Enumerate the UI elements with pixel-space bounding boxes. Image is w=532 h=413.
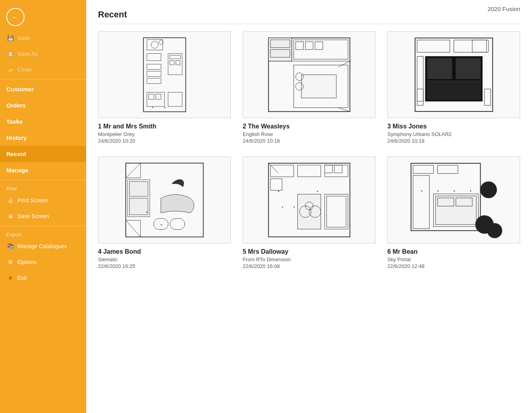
sidebar-item-close[interactable]: Close — [0, 62, 86, 77]
sidebar-item-tasks[interactable]: Tasks — [0, 113, 86, 130]
svg-rect-15 — [156, 94, 161, 99]
sidebar: ← Save Save As Close Customer Orders Tas… — [0, 0, 86, 413]
save-screen-label: Save Screen — [17, 213, 49, 219]
orders-label: Orders — [6, 102, 26, 109]
customer-label: Customer — [6, 86, 34, 92]
card-info-4: 4 James Bond Siematic 22/6/2020 16:25 — [98, 247, 231, 270]
card-thumbnail-1: • • — [98, 31, 231, 118]
print-screen-label: Print Screen — [17, 197, 48, 204]
card-thumbnail-6: • • • • — [387, 157, 520, 243]
svg-point-3 — [159, 40, 163, 45]
card-sub-2: English Rose — [243, 131, 375, 137]
svg-rect-13 — [168, 92, 182, 107]
card-name-3: 3 Miss Jones — [387, 123, 520, 130]
sidebar-item-options[interactable]: Options — [0, 254, 86, 270]
svg-rect-40 — [427, 81, 480, 99]
save-icon — [6, 34, 14, 42]
divider-2 — [0, 180, 86, 180]
card-thumbnail-2 — [243, 31, 375, 118]
svg-text:•: • — [470, 189, 471, 192]
svg-rect-70 — [326, 196, 346, 227]
app-title: 2020 Fusion — [487, 6, 520, 12]
card-name-1: 1 Mr and Mrs Smith — [98, 123, 231, 130]
sidebar-item-history[interactable]: History — [0, 130, 86, 146]
back-button[interactable]: ← — [6, 8, 25, 26]
print-screen-icon — [6, 196, 14, 204]
svg-rect-7 — [147, 78, 161, 83]
svg-rect-5 — [147, 64, 161, 69]
history-label: History — [6, 134, 27, 141]
recent-card-3[interactable]: 3 Miss Jones Symphony Urbano SOLAR2 24/6… — [387, 31, 520, 145]
sidebar-item-save-screen[interactable]: Save Screen — [0, 208, 86, 224]
card-sub-1: Montpelier Grey — [98, 131, 231, 137]
svg-rect-39 — [456, 58, 480, 79]
divider-1 — [0, 79, 86, 79]
exit-label: Exit — [17, 275, 26, 281]
card-sub-4: Siematic — [98, 256, 231, 262]
svg-rect-1 — [147, 40, 162, 50]
svg-rect-59 — [270, 165, 294, 177]
card-name-6: 6 Mr Bean — [387, 248, 520, 255]
recent-label: Recent — [6, 151, 26, 157]
svg-rect-26 — [305, 42, 313, 50]
card-thumbnail-4: • • — [98, 157, 231, 243]
svg-rect-4 — [147, 53, 161, 60]
card-name-4: 4 James Bond — [98, 248, 231, 255]
card-info-1: 1 Mr and Mrs Smith Montpelier Grey 24/6/… — [98, 122, 231, 145]
svg-rect-76 — [413, 165, 434, 173]
svg-text:•: • — [454, 189, 455, 192]
svg-rect-52 — [129, 198, 148, 215]
svg-rect-60 — [270, 179, 282, 190]
sidebar-item-print-screen[interactable]: Print Screen — [0, 192, 86, 208]
svg-rect-9 — [170, 55, 180, 59]
options-label: Options — [17, 259, 36, 265]
manage-label: Manage — [6, 167, 28, 173]
svg-point-2 — [151, 41, 158, 48]
card-sub-6: Sky Portal — [387, 256, 520, 262]
sidebar-item-recent[interactable]: Recent — [0, 146, 86, 162]
svg-rect-61 — [298, 165, 321, 177]
manage-catalogues-icon — [6, 242, 14, 250]
svg-rect-64 — [334, 165, 342, 173]
sidebar-item-manage[interactable]: Manage — [0, 162, 86, 178]
card-sub-5: From RTo Dimension — [243, 256, 375, 262]
svg-rect-42 — [484, 89, 490, 105]
card-thumbnail-5: • • • • — [243, 157, 375, 243]
svg-point-89 — [487, 223, 502, 238]
sidebar-item-save-as[interactable]: Save As — [0, 46, 86, 62]
svg-rect-29 — [301, 75, 336, 98]
sidebar-item-manage-catalogues[interactable]: Manage Catalogues — [0, 238, 86, 254]
svg-text:•: • — [282, 206, 283, 208]
svg-line-58 — [268, 163, 278, 173]
svg-rect-11 — [176, 60, 180, 65]
recent-card-1[interactable]: • • 1 Mr and Mrs Smith Montpelier Grey 2… — [98, 31, 231, 145]
card-date-3: 24/6/2020 10:18 — [387, 138, 520, 144]
svg-rect-69 — [324, 194, 348, 229]
card-date-1: 24/6/2020 10:20 — [98, 138, 231, 144]
svg-rect-27 — [315, 42, 323, 50]
card-info-2: 2 The Weasleys English Rose 24/6/2020 10… — [243, 122, 375, 145]
sidebar-saveas-label: Save As — [17, 51, 38, 57]
options-icon — [6, 258, 14, 266]
recent-card-6[interactable]: • • • • 6 Mr Bean Sky Portal 22/6/2020 1… — [387, 157, 520, 270]
saveas-icon — [6, 50, 14, 58]
svg-rect-36 — [454, 40, 487, 52]
tasks-label: Tasks — [6, 118, 23, 125]
sidebar-item-orders[interactable]: Orders — [0, 97, 86, 113]
card-date-5: 22/6/2020 16:08 — [243, 263, 375, 269]
sidebar-item-save[interactable]: Save — [0, 30, 86, 46]
svg-rect-78 — [413, 175, 429, 228]
svg-text:•: • — [164, 106, 166, 109]
sidebar-item-customer[interactable]: Customer — [0, 81, 86, 97]
card-info-5: 5 Mrs Dalloway From RTo Dimension 22/6/2… — [243, 247, 375, 270]
recent-card-2[interactable]: 2 The Weasleys English Rose 24/6/2020 10… — [243, 31, 375, 145]
manage-catalogues-label: Manage Catalogues — [17, 243, 67, 249]
sidebar-item-exit[interactable]: Exit — [0, 270, 86, 286]
recent-card-5[interactable]: • • • • 5 Mrs Dalloway From RTo Dimensio… — [243, 157, 375, 270]
card-sub-3: Symphony Urbano SOLAR2 — [387, 131, 520, 137]
svg-rect-51 — [129, 181, 148, 196]
svg-rect-77 — [438, 165, 458, 173]
svg-text:•: • — [317, 190, 318, 192]
svg-rect-6 — [147, 71, 161, 76]
recent-card-4[interactable]: • • 4 James Bond Siematic 22/6/2020 16:2… — [98, 157, 231, 270]
